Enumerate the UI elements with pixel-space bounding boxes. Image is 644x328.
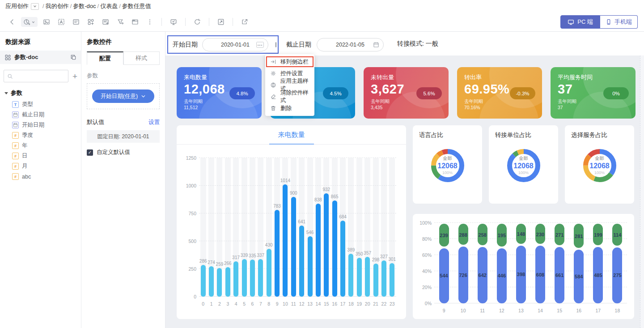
menu-item-删除[interactable]: 删除 [265, 102, 314, 114]
settings-link[interactable]: 设置 [148, 119, 160, 126]
start-date-control-selected[interactable]: 开始日期 2020-01-01 ••• [167, 35, 279, 54]
bar[interactable] [390, 263, 394, 297]
donut-center-label: 全部 [519, 156, 528, 162]
share-icon[interactable] [239, 16, 250, 28]
field-label: 截止日期 [22, 111, 44, 119]
number-field-icon: # [12, 153, 19, 159]
bar[interactable] [381, 260, 386, 297]
bar[interactable] [316, 204, 321, 297]
field-item[interactable]: 截止日期 [0, 110, 81, 120]
bar[interactable] [357, 258, 362, 297]
tab-style[interactable]: 样式 [123, 51, 160, 65]
end-date-input[interactable]: 2022-01-05 [317, 38, 384, 51]
menu-item-移到侧边栏[interactable]: 移到侧边栏 [265, 56, 314, 68]
stacked-chart-card[interactable]: 0%20%40%60%80%100%5442399726288106422581… [413, 214, 634, 319]
donut-card-transfer-unit-share[interactable]: 转接单位占比全部12068100% [489, 125, 558, 204]
breadcrumb-item[interactable]: 仪表盘 [100, 3, 118, 9]
bar[interactable] [250, 260, 255, 297]
kpi-card[interactable]: 平均服务时间37去年同期370% [551, 67, 636, 119]
bar[interactable] [209, 266, 214, 297]
stacked-value-label: 584 [575, 274, 583, 279]
bar[interactable] [283, 184, 288, 297]
start-date-input[interactable]: 2020-01-01 ••• [202, 38, 268, 51]
filter-add-icon[interactable] [114, 16, 126, 28]
field-item[interactable]: #年 [0, 141, 81, 151]
form-icon[interactable] [70, 16, 82, 28]
bar-value-label: 286 [199, 259, 207, 264]
chevron-down-icon[interactable] [31, 3, 39, 10]
custom-default-checkbox[interactable]: ✓ [87, 149, 93, 156]
stacked-value-label: 485 [594, 273, 602, 278]
widget-add-icon[interactable] [85, 16, 97, 28]
bar[interactable] [258, 259, 263, 297]
field-label: 月 [22, 162, 28, 170]
field-item[interactable]: 开始日期 [0, 120, 81, 130]
field-item[interactable]: #季度 [0, 130, 81, 141]
param-pill-dropdown[interactable]: 开始日期(任意) [92, 89, 154, 103]
stacked-value-label: 239 [440, 233, 448, 238]
add-parameter-button[interactable]: + [72, 72, 77, 81]
bar[interactable] [308, 236, 313, 297]
bar[interactable] [340, 221, 345, 297]
search-input[interactable] [4, 70, 68, 82]
switch-dataset-icon[interactable] [70, 54, 76, 60]
bar[interactable] [291, 197, 296, 297]
tab-config[interactable]: 配置 [87, 51, 123, 65]
list-add-icon[interactable] [100, 16, 111, 28]
field-item[interactable]: #日 [0, 151, 81, 161]
menu-item-清除控件样式[interactable]: 清除控件样式 [265, 91, 314, 102]
field-item[interactable]: #月 [0, 161, 81, 171]
bar[interactable] [299, 226, 304, 297]
bar-value-label: 266 [224, 261, 232, 266]
bar[interactable] [201, 265, 206, 297]
y-axis-label: 100% [414, 220, 432, 226]
bar[interactable] [332, 200, 337, 297]
x-axis-label: 11 [480, 308, 485, 313]
bar[interactable] [275, 210, 280, 297]
field-item[interactable]: T类型 [0, 99, 81, 110]
kpi-card[interactable]: 转出率69.95%去年同期70.16%-0.3% [457, 67, 542, 119]
screen-icon[interactable] [168, 16, 179, 28]
bar[interactable] [365, 257, 370, 297]
bar[interactable] [217, 268, 222, 297]
donut-card-service-share[interactable]: 选择服务占比全部12068100% [565, 125, 634, 204]
refresh-icon[interactable] [191, 16, 203, 28]
bar[interactable] [233, 261, 238, 297]
end-date-control[interactable]: 截止日期 2022-01-05 [286, 38, 384, 51]
bar[interactable] [348, 254, 353, 297]
image-icon[interactable] [41, 16, 52, 28]
toolbar-separator [161, 18, 162, 26]
bar[interactable] [242, 259, 247, 297]
fullscreen-icon[interactable] [215, 16, 227, 28]
bar[interactable] [373, 264, 378, 297]
more-actions-icon[interactable]: ••• [256, 42, 264, 47]
bar[interactable] [324, 193, 329, 297]
back-icon[interactable] [6, 16, 18, 28]
parameter-group[interactable]: 参数 [0, 86, 81, 99]
x-axis-label: 0 [202, 301, 204, 307]
bar-value-label: 337 [257, 253, 264, 258]
text-icon[interactable] [55, 16, 67, 28]
kpi-title: 未转出量 [371, 73, 441, 81]
donut-card-language-share[interactable]: 语言占比全部12068100% [413, 125, 482, 204]
tab-icon[interactable] [129, 16, 141, 28]
kpi-card[interactable]: 未转出量3,627去年同期3,4355.6% [364, 67, 449, 119]
bar[interactable] [225, 267, 230, 297]
field-label: 日 [22, 152, 28, 160]
dataset-item[interactable]: 参数-doc [0, 51, 81, 64]
breadcrumb-item[interactable]: 我的创作 [46, 3, 69, 9]
breadcrumb-item[interactable]: 参数任意值 [122, 3, 151, 9]
field-item[interactable]: #abc [0, 171, 81, 182]
breadcrumb-item[interactable]: 参数-doc [73, 3, 96, 9]
more-vert-icon[interactable] [144, 16, 156, 28]
kpi-card[interactable]: 来电数量12,068去年同期11,5124.8% [177, 67, 262, 119]
pc-view-button[interactable]: PC 端 [560, 15, 600, 29]
add-chart-button[interactable] [21, 17, 38, 27]
scrollbar[interactable] [640, 55, 644, 328]
call-volume-chart-card[interactable]: 来电数量 02505007501000125028602741259226633… [177, 125, 406, 319]
search-field[interactable] [13, 73, 58, 79]
mobile-view-button[interactable]: 手机端 [600, 15, 638, 29]
breadcrumb-root[interactable]: 应用创作 [5, 2, 29, 10]
drag-handle[interactable] [275, 42, 276, 47]
bar[interactable] [267, 249, 271, 297]
